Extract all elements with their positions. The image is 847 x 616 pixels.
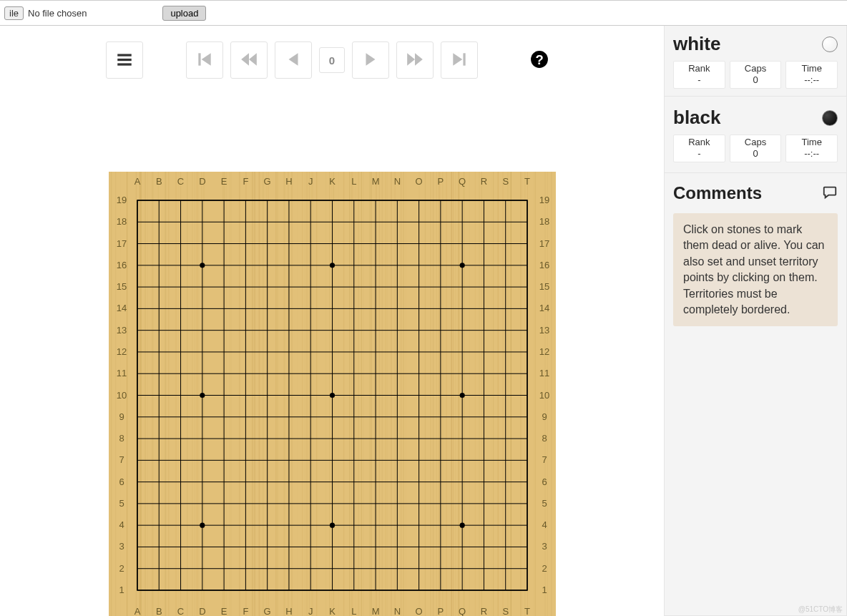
svg-text:8: 8 [119, 433, 124, 444]
fast-backward-button[interactable] [230, 41, 268, 79]
help-button[interactable]: ? [521, 41, 558, 79]
svg-rect-40 [145, 172, 145, 616]
svg-rect-133 [157, 172, 158, 616]
svg-rect-162 [451, 172, 451, 616]
svg-rect-2 [117, 63, 132, 65]
svg-rect-124 [222, 172, 223, 616]
svg-text:H: H [285, 176, 292, 187]
svg-text:5: 5 [542, 498, 547, 509]
upload-button[interactable]: upload [162, 6, 206, 21]
svg-rect-98 [487, 172, 488, 616]
svg-text:10: 10 [539, 390, 549, 401]
svg-text:L: L [351, 606, 356, 616]
svg-rect-111 [493, 172, 494, 616]
svg-rect-146 [453, 172, 454, 616]
black-time-value: --:-- [786, 148, 837, 159]
svg-text:4: 4 [119, 519, 124, 530]
svg-text:15: 15 [539, 281, 549, 292]
svg-rect-131 [262, 172, 263, 616]
svg-text:F: F [243, 176, 248, 187]
chat-icon[interactable] [822, 185, 838, 202]
watermark: @51CTO博客 [798, 605, 843, 615]
svg-text:11: 11 [116, 368, 126, 378]
first-move-button[interactable] [186, 41, 223, 79]
svg-rect-74 [369, 172, 370, 616]
comments-title: Comments [673, 183, 762, 203]
svg-rect-142 [391, 172, 391, 616]
svg-text:R: R [480, 176, 486, 187]
svg-rect-0 [117, 54, 132, 56]
svg-text:R: R [480, 606, 486, 616]
svg-rect-166 [438, 172, 439, 616]
svg-rect-77 [469, 172, 469, 616]
svg-text:E: E [220, 606, 227, 616]
svg-text:19: 19 [116, 195, 126, 205]
sidebar: white Rank - Caps 0 Time --:-- [664, 26, 847, 616]
go-board[interactable]: AABBCCDDEEFFGGHHJJKKLLMMNNOOPPQQRRSSTT19… [109, 172, 556, 616]
svg-rect-23 [424, 172, 425, 616]
svg-rect-154 [474, 172, 475, 616]
file-status-text: No file chosen [28, 8, 87, 19]
svg-rect-150 [111, 172, 112, 616]
svg-marker-10 [415, 53, 423, 65]
fast-forward-button[interactable] [396, 41, 434, 79]
svg-rect-93 [358, 172, 359, 616]
svg-rect-3 [198, 53, 200, 65]
svg-text:6: 6 [542, 476, 547, 487]
svg-rect-122 [430, 172, 431, 616]
svg-text:14: 14 [539, 303, 549, 313]
skip-back-icon [195, 50, 214, 71]
svg-text:11: 11 [539, 368, 549, 378]
svg-marker-5 [241, 53, 249, 65]
svg-rect-31 [310, 172, 311, 616]
white-time-cell: Time --:-- [785, 61, 838, 89]
svg-text:A: A [134, 176, 140, 187]
menu-button[interactable] [106, 41, 143, 79]
svg-text:10: 10 [116, 390, 126, 401]
svg-text:13: 13 [539, 325, 549, 336]
svg-rect-100 [254, 172, 255, 616]
svg-text:B: B [155, 176, 162, 187]
step-backward-button[interactable] [275, 41, 312, 79]
svg-point-222 [459, 393, 464, 398]
svg-rect-36 [231, 172, 232, 616]
svg-rect-155 [147, 172, 147, 616]
move-count-display: 0 [319, 47, 345, 73]
svg-text:C: C [177, 176, 183, 187]
black-stone-icon [822, 110, 838, 126]
svg-rect-35 [230, 172, 230, 616]
navigation-toolbar: 0 ? [0, 41, 664, 79]
svg-text:E: E [220, 176, 227, 187]
svg-rect-43 [444, 172, 445, 616]
svg-text:Q: Q [459, 176, 466, 187]
topbar: ile No file chosen upload [0, 0, 847, 26]
svg-rect-118 [175, 172, 176, 616]
white-caps-cell: Caps 0 [730, 61, 782, 89]
choose-file-button[interactable]: ile [4, 6, 24, 20]
white-time-value: --:-- [786, 74, 837, 85]
svg-rect-119 [302, 172, 303, 616]
svg-point-216 [200, 393, 205, 398]
svg-rect-106 [255, 172, 256, 616]
svg-marker-7 [289, 53, 298, 65]
svg-rect-21 [363, 172, 363, 616]
svg-text:8: 8 [542, 433, 547, 444]
play-forward-icon [361, 50, 380, 71]
svg-rect-39 [297, 172, 298, 616]
help-icon: ? [530, 50, 549, 71]
svg-rect-47 [433, 172, 434, 616]
svg-rect-164 [152, 172, 153, 616]
svg-text:6: 6 [119, 476, 124, 487]
svg-rect-141 [317, 172, 318, 616]
step-forward-button[interactable] [352, 41, 389, 79]
svg-rect-129 [436, 172, 436, 616]
svg-text:3: 3 [542, 541, 547, 552]
svg-text:2: 2 [119, 563, 124, 574]
svg-text:G: G [263, 176, 270, 187]
svg-text:B: B [155, 606, 162, 616]
svg-rect-139 [385, 172, 386, 616]
svg-marker-8 [366, 53, 376, 65]
svg-rect-89 [178, 172, 179, 616]
last-move-button[interactable] [441, 41, 478, 79]
svg-text:F: F [243, 606, 248, 616]
